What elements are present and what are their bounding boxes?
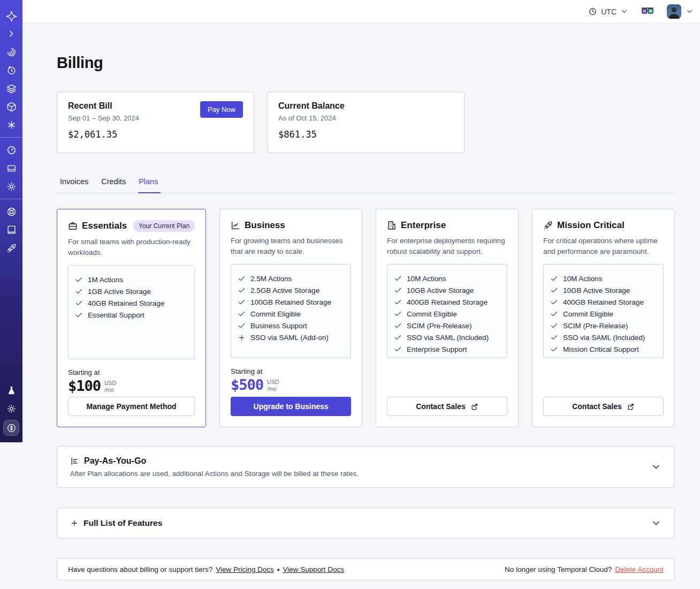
feature-item: 10GB Active Storage — [394, 284, 500, 296]
check-icon — [75, 299, 83, 307]
view-support-docs-link[interactable]: View Support Docs — [283, 565, 344, 573]
user-menu[interactable] — [667, 4, 694, 19]
recent-bill-card: Recent Bill Sep 01 – Sep 30, 2024 $2,061… — [57, 92, 254, 153]
check-icon — [394, 275, 402, 283]
footer-bar: Have questions about billing or support … — [57, 558, 675, 580]
feature-item: 10M Actions — [394, 273, 500, 284]
feature-item: 2.5GB Active Storage — [238, 284, 344, 296]
plan-feature-box: 1M Actions 1GB Active Storage 40GB Retai… — [68, 265, 195, 359]
plan-name: Mission Critical — [557, 220, 625, 231]
chevron-down-icon[interactable] — [651, 518, 661, 528]
recent-bill-amount: $2,061.35 — [68, 129, 243, 140]
feature-item: 10GB Active Storage — [550, 284, 657, 296]
upgrade-to-business-button[interactable]: Upgrade to Business — [231, 397, 351, 416]
plan-per: /mo — [267, 386, 279, 392]
check-icon — [394, 334, 402, 342]
chevron-down-icon[interactable] — [651, 462, 661, 472]
expand-chevron-right-icon[interactable] — [0, 25, 22, 43]
check-icon — [550, 322, 558, 330]
starting-at-label: Starting at — [68, 368, 195, 376]
sidebar-divider — [0, 199, 22, 199]
asterisk-icon[interactable] — [0, 116, 22, 134]
current-plan-badge: Your Current Plan — [133, 220, 195, 232]
layers-icon[interactable] — [0, 79, 22, 97]
theme-sun-icon[interactable] — [0, 399, 22, 418]
check-icon — [75, 288, 83, 296]
plan-currency: USD — [104, 380, 116, 387]
plan-card-essentials: Essentials Your Current Plan For small t… — [57, 209, 206, 427]
manage-payment-button[interactable]: Manage Payment Method — [68, 397, 195, 416]
tab-credits[interactable]: Credits — [101, 174, 126, 193]
feature-item: Commit Eligible — [550, 308, 657, 320]
check-icon — [550, 345, 558, 353]
billing-card-icon[interactable] — [0, 159, 22, 177]
plan-description: For growing teams and businesses that ar… — [231, 236, 351, 256]
feature-item: Mission Critical Support — [550, 343, 657, 355]
contact-sales-button[interactable]: Contact Sales — [387, 397, 507, 416]
view-pricing-docs-link[interactable]: View Pricing Docs — [216, 565, 274, 573]
pay-now-button[interactable]: Pay Now — [200, 101, 243, 118]
feature-item: Enterprise Support — [394, 343, 500, 355]
plan-price: $500 — [231, 376, 263, 393]
plan-description: For enterprise deployments requiring rob… — [387, 236, 507, 256]
feature-item: SCIM (Pre-Release) — [550, 320, 657, 331]
check-icon — [238, 298, 246, 306]
tab-invoices[interactable]: Invoices — [60, 174, 88, 193]
timezone-label: UTC — [601, 7, 617, 16]
current-balance-card: Current Balance As of Oct 15, 2024 $861.… — [267, 92, 465, 153]
labs-flask-icon[interactable] — [0, 381, 22, 399]
plan-name: Enterprise — [401, 220, 446, 231]
docs-book-icon[interactable] — [0, 221, 22, 239]
starting-at-label: Starting at — [231, 367, 351, 375]
settings-gear-icon[interactable] — [0, 177, 22, 195]
usage-gauge-icon[interactable] — [0, 141, 22, 159]
feature-item: Commit Eligible — [394, 308, 500, 320]
billing-dollar-icon-active[interactable] — [3, 420, 19, 436]
plus-icon — [70, 519, 79, 527]
cube-icon[interactable] — [0, 97, 22, 116]
feature-item: 400GB Retained Storage — [394, 296, 500, 308]
feature-item: 40GB Retained Storage — [75, 297, 188, 309]
check-icon — [550, 275, 558, 283]
plan-card-business: Business For growing teams and businesse… — [219, 209, 362, 427]
footer-separator: • — [277, 565, 280, 573]
toolbox-icon — [68, 221, 78, 231]
check-icon — [238, 322, 246, 330]
plan-price-block: Starting at $100 USD/mo — [68, 368, 195, 394]
3d-glasses-icon[interactable] — [641, 7, 654, 16]
delete-account-link[interactable]: Delete Account — [615, 565, 664, 573]
external-link-icon — [627, 403, 635, 411]
contact-sales-button[interactable]: Contact Sales — [543, 397, 664, 416]
plan-price: $100 — [68, 377, 101, 394]
plan-card-enterprise: Enterprise For enterprise deployments re… — [376, 209, 519, 427]
payg-accordion[interactable]: Pay-As-You-Go After Plan allocations are… — [57, 446, 675, 488]
support-lifebuoy-icon[interactable] — [0, 202, 22, 221]
plan-description: For small teams with production-ready wo… — [68, 237, 195, 258]
check-icon — [550, 334, 558, 342]
feature-item: Business Support — [238, 320, 344, 331]
check-icon — [550, 310, 558, 318]
check-icon — [550, 298, 558, 306]
bar-chart-icon — [70, 457, 79, 466]
namespaces-spiral-icon[interactable] — [0, 43, 22, 61]
billing-tabs: Invoices Credits Plans — [57, 174, 675, 193]
feature-item: 10M Actions — [550, 273, 657, 284]
rocket-icon — [543, 221, 553, 230]
plan-name: Business — [245, 220, 285, 231]
check-icon — [75, 311, 83, 319]
temporal-logo[interactable] — [0, 6, 22, 25]
full-features-title: Full List of Features — [83, 518, 162, 528]
timezone-selector[interactable]: UTC — [588, 7, 628, 16]
tab-plans[interactable]: Plans — [139, 174, 158, 193]
schedules-clock-icon[interactable] — [0, 61, 22, 79]
feature-item: 1GB Active Storage — [75, 285, 188, 297]
getting-started-rocket-icon[interactable] — [0, 239, 22, 257]
check-icon — [238, 286, 246, 294]
topbar: UTC — [22, 0, 700, 24]
feature-item: Essential Support — [75, 309, 188, 321]
check-icon — [394, 310, 402, 318]
full-features-accordion[interactable]: Full List of Features — [57, 508, 675, 539]
feature-item: 1M Actions — [75, 274, 188, 285]
current-balance-amount: $861.35 — [278, 129, 453, 140]
feature-item: 100GB Retained Storage — [238, 296, 344, 308]
